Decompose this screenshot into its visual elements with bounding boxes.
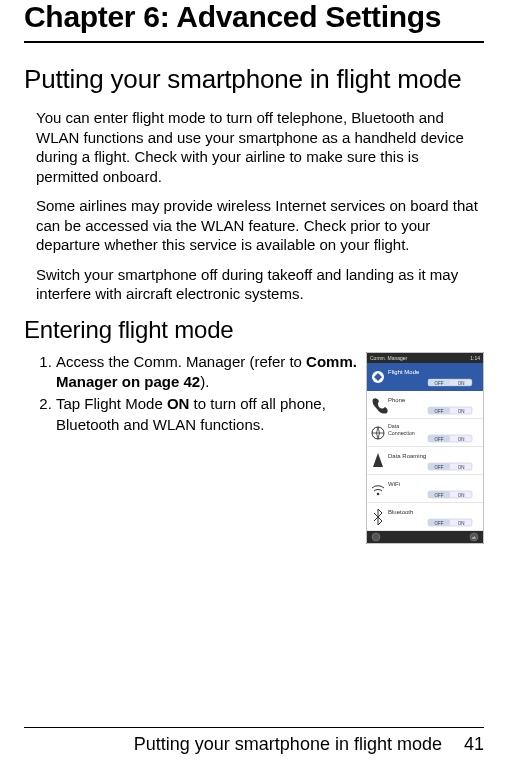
svg-rect-28 [367, 531, 483, 543]
footer-rule [24, 727, 484, 728]
toggle-off: OFF [435, 436, 444, 441]
list-item: Tap Flight Mode ON to turn off all phone… [56, 394, 358, 435]
section-title: Putting your smartphone in flight mode [24, 65, 484, 95]
toggle-off: OFF [435, 408, 444, 413]
svg-rect-2 [367, 363, 483, 391]
phone-screenshot: Comm. Manager 1:14 Flight Mode OFF ON Ph… [366, 352, 484, 544]
paragraph: Some airlines may provide wireless Inter… [24, 196, 484, 255]
row-label: Flight Mode [388, 369, 420, 375]
toggle-on: ON [458, 380, 465, 385]
toggle-on: ON [458, 436, 465, 441]
svg-rect-19 [367, 475, 483, 503]
toggle-off: OFF [435, 492, 444, 497]
toggle-on: ON [458, 408, 465, 413]
list-item: Access the Comm. Manager (refer to Comm.… [56, 352, 358, 393]
screenshot-time: 1:14 [470, 355, 480, 361]
screenshot-title: Comm. Manager [370, 355, 408, 361]
row-label: Data Roaming [388, 453, 426, 459]
toggle-on: ON [458, 464, 465, 469]
row-label: WiFi [388, 481, 400, 487]
page: Chapter 6: Advanced Settings Putting you… [0, 0, 508, 779]
row-label-line2: Connection [388, 430, 415, 436]
svg-point-21 [377, 493, 380, 496]
step-text: Tap Flight Mode [56, 395, 167, 412]
subsection-title: Entering flight mode [24, 316, 484, 344]
start-icon [372, 533, 380, 541]
steps-with-figure: Access the Comm. Manager (refer to Comm.… [24, 352, 484, 544]
paragraph: Switch your smartphone off during takeof… [24, 265, 484, 304]
svg-rect-6 [367, 391, 483, 419]
svg-rect-15 [367, 447, 483, 475]
svg-rect-24 [367, 503, 483, 531]
emphasis: ON [167, 395, 190, 412]
toggle-off: OFF [435, 380, 444, 385]
toggle-on: ON [458, 520, 465, 525]
toggle-off: OFF [435, 464, 444, 469]
step-text: Access the Comm. Manager (refer to [56, 353, 306, 370]
row-label-line1: Data [388, 423, 399, 429]
page-number: 41 [464, 734, 484, 755]
paragraph: You can enter flight mode to turn off te… [24, 108, 484, 186]
footer-title: Putting your smartphone in flight mode [134, 734, 442, 755]
ordered-steps: Access the Comm. Manager (refer to Comm.… [24, 352, 358, 437]
toggle-on: ON [458, 492, 465, 497]
step-text: ). [200, 373, 209, 390]
chapter-title: Chapter 6: Advanced Settings [24, 0, 484, 35]
chapter-rule [24, 41, 484, 43]
row-label: Phone [388, 397, 406, 403]
row-label: Bluetooth [388, 509, 413, 515]
page-footer: Putting your smartphone in flight mode 4… [24, 727, 484, 755]
svg-text:ok: ok [472, 536, 476, 540]
toggle-off: OFF [435, 520, 444, 525]
